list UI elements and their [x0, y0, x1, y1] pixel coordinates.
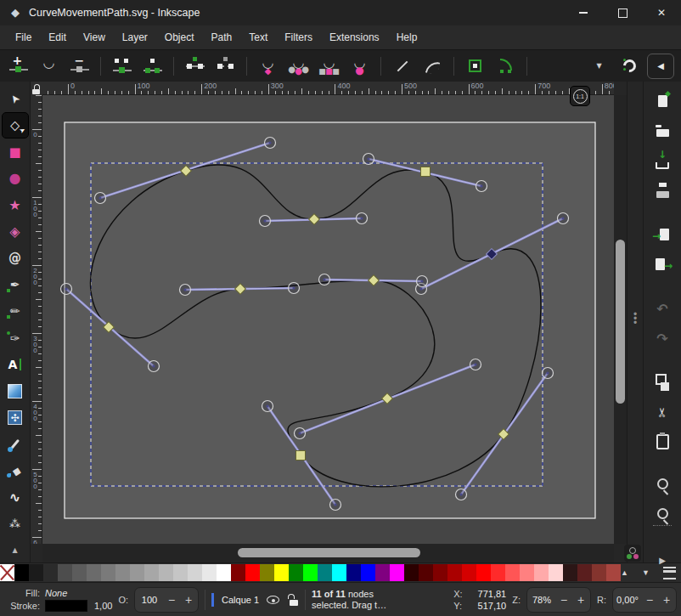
- color-swatch[interactable]: [577, 564, 592, 581]
- node-smooth-button[interactable]: [285, 54, 312, 79]
- palette-scroll-up-icon[interactable]: ▲: [621, 568, 628, 577]
- collapse-snapbar-button[interactable]: [647, 54, 674, 79]
- color-swatch[interactable]: [318, 564, 332, 581]
- color-swatch[interactable]: [159, 564, 173, 581]
- zoom-spinner[interactable]: 78% − +: [526, 587, 591, 613]
- canvas-area[interactable]: [42, 95, 614, 544]
- horizontal-scrollbar[interactable]: [42, 544, 614, 562]
- opacity-spinner[interactable]: 100 − +: [134, 587, 199, 613]
- zoom-drawing-button[interactable]: [650, 506, 674, 525]
- menu-edit[interactable]: Edit: [40, 25, 75, 49]
- node-symmetric-button[interactable]: [316, 54, 342, 79]
- color-swatch[interactable]: [346, 564, 361, 581]
- color-swatch[interactable]: [361, 564, 375, 581]
- insert-node-button[interactable]: [5, 54, 31, 79]
- undo-button[interactable]: [650, 299, 674, 318]
- ruler-corner[interactable]: [31, 82, 42, 95]
- path-node-square[interactable]: [421, 167, 431, 177]
- tool-paint-bucket[interactable]: [3, 459, 28, 483]
- node-auto-button[interactable]: [346, 54, 373, 79]
- break-nodes-button[interactable]: [139, 54, 166, 79]
- tool-dropper[interactable]: [3, 432, 28, 456]
- tool-gradient[interactable]: [3, 379, 28, 403]
- menu-filters[interactable]: Filters: [276, 25, 321, 49]
- opacity-minus-button[interactable]: −: [166, 593, 177, 607]
- snap-magnet-button[interactable]: [616, 54, 643, 79]
- tool-rectangle[interactable]: [3, 140, 28, 164]
- color-swatch[interactable]: [260, 564, 274, 581]
- node-cusp-button[interactable]: [255, 54, 281, 79]
- color-swatch[interactable]: [245, 564, 260, 581]
- color-swatch[interactable]: [476, 564, 491, 581]
- color-swatch[interactable]: [188, 564, 202, 581]
- horizontal-ruler[interactable]: 0100200300400500600700800: [42, 82, 614, 95]
- color-swatch[interactable]: [505, 564, 520, 581]
- color-swatch[interactable]: [87, 564, 101, 581]
- color-swatch[interactable]: [375, 564, 390, 581]
- color-swatch[interactable]: [549, 564, 563, 581]
- layer-visibility-eye-icon[interactable]: [267, 595, 280, 605]
- menu-object[interactable]: Object: [156, 25, 203, 49]
- menu-text[interactable]: Text: [240, 25, 276, 49]
- rotation-spinner[interactable]: 0,00° − +: [612, 587, 677, 613]
- color-swatch[interactable]: [390, 564, 404, 581]
- color-swatch[interactable]: [534, 564, 549, 581]
- color-swatch[interactable]: [14, 564, 29, 581]
- save-document-button[interactable]: [650, 151, 674, 170]
- color-swatch[interactable]: [520, 564, 534, 581]
- color-swatch[interactable]: [101, 564, 115, 581]
- color-swatch[interactable]: [173, 564, 188, 581]
- color-managed-icon[interactable]: [624, 545, 641, 562]
- color-swatch[interactable]: [332, 564, 346, 581]
- tool-pen[interactable]: [3, 273, 28, 297]
- menu-path[interactable]: Path: [203, 25, 241, 49]
- cut-button[interactable]: [650, 403, 674, 421]
- color-swatch[interactable]: [144, 564, 159, 581]
- palette-scroll-down-icon[interactable]: ▼: [642, 568, 650, 577]
- swatch-none[interactable]: [0, 564, 14, 581]
- color-swatch[interactable]: [130, 564, 144, 581]
- fill-stroke-indicator[interactable]: Fill: None Stroke: 1,00: [4, 588, 112, 612]
- rotation-plus-button[interactable]: +: [661, 593, 673, 607]
- new-document-button[interactable]: [650, 92, 674, 110]
- zoom-selection-button[interactable]: [650, 477, 674, 495]
- color-swatch[interactable]: [231, 564, 245, 581]
- color-swatch[interactable]: [29, 564, 43, 581]
- color-swatch[interactable]: [115, 564, 130, 581]
- x-dropdown-button[interactable]: [586, 54, 612, 79]
- color-swatch[interactable]: [289, 564, 303, 581]
- tool-spiral[interactable]: [3, 246, 28, 270]
- color-swatch[interactable]: [433, 564, 447, 581]
- tool-more-tools[interactable]: [3, 539, 28, 562]
- color-swatch[interactable]: [404, 564, 419, 581]
- opacity-value[interactable]: 100: [138, 595, 160, 605]
- maximize-button[interactable]: [603, 0, 642, 25]
- color-swatch[interactable]: [447, 564, 462, 581]
- palette-menu-icon[interactable]: [663, 567, 676, 579]
- zoom-value[interactable]: 78%: [531, 595, 553, 605]
- segment-curve-button[interactable]: [419, 54, 446, 79]
- tool-mesh[interactable]: [3, 405, 28, 429]
- color-swatch[interactable]: [303, 564, 318, 581]
- menu-layer[interactable]: Layer: [114, 25, 156, 49]
- layer-lock-icon[interactable]: [288, 594, 299, 606]
- fill-value[interactable]: None: [45, 588, 112, 598]
- color-swatch[interactable]: [202, 564, 217, 581]
- stroke-to-path-button[interactable]: [492, 54, 519, 79]
- dock-grip-strip[interactable]: •••: [627, 82, 643, 562]
- stroke-color-swatch[interactable]: [45, 600, 87, 612]
- color-swatch[interactable]: [274, 564, 289, 581]
- tool-spray[interactable]: [3, 512, 28, 536]
- opacity-plus-button[interactable]: +: [183, 593, 194, 607]
- print-button[interactable]: [650, 181, 674, 200]
- color-swatch[interactable]: [72, 564, 87, 581]
- export-button[interactable]: [650, 255, 674, 274]
- menu-file[interactable]: File: [7, 25, 40, 49]
- color-swatch[interactable]: [592, 564, 606, 581]
- zoom-minus-button[interactable]: −: [558, 593, 570, 607]
- tool-star[interactable]: [3, 193, 28, 217]
- rotation-value[interactable]: 0,00°: [616, 595, 639, 605]
- vertical-ruler[interactable]: 0100200300400500600: [31, 95, 42, 544]
- rotation-minus-button[interactable]: −: [644, 593, 656, 607]
- object-to-path-button[interactable]: [462, 54, 488, 79]
